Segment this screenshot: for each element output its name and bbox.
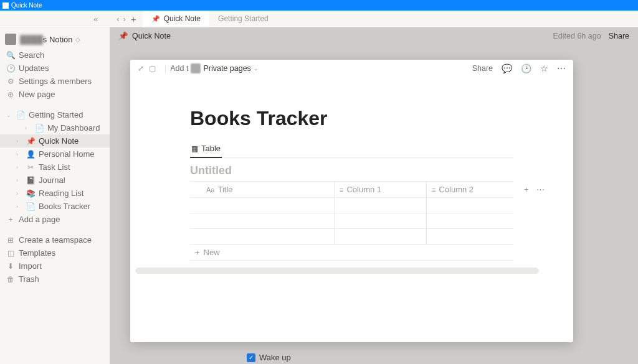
sidebar-create-teamspace[interactable]: ⊞ Create a teamspace xyxy=(0,233,110,246)
modal-share-button[interactable]: Share xyxy=(472,64,493,73)
sidebar-item-personal-home[interactable]: › 👤 Personal Home xyxy=(0,147,110,161)
page-title[interactable]: Books Tracker xyxy=(190,107,513,130)
pin-icon: 📌 xyxy=(151,15,160,23)
page-icon: 📄 xyxy=(26,202,35,211)
text-icon: ≡ xyxy=(340,186,343,194)
table-row[interactable] xyxy=(190,213,513,229)
sidebar-item-label: Personal Home xyxy=(39,149,95,159)
column-title[interactable]: Aa Title xyxy=(190,182,335,197)
plus-icon: + xyxy=(195,248,200,257)
sidebar-item-getting-started[interactable]: ⌄ 📄 Getting Started xyxy=(0,108,110,121)
updates-icon[interactable]: 🕑 xyxy=(521,63,531,73)
sidebar-item-label: Settings & members xyxy=(19,77,92,86)
sidebar-item-label: My Dashboard xyxy=(47,123,100,133)
plus-circle-icon: ⊕ xyxy=(6,90,15,99)
new-row-label: New xyxy=(204,248,220,257)
favorite-icon[interactable]: ☆ xyxy=(540,63,548,73)
private-pages-label: Private pages xyxy=(203,64,250,73)
chevron-right-icon[interactable]: › xyxy=(16,138,22,144)
column-label: Title xyxy=(217,185,232,194)
plus-icon: + xyxy=(6,215,15,224)
table-header: Aa Title ≡ Column 1 ≡ Column 2 + ⋯ xyxy=(190,181,513,198)
todo-item-wake-up[interactable]: ✓ Wake up xyxy=(247,353,291,362)
sidebar-trash[interactable]: 🗑 Trash xyxy=(0,273,110,286)
sidebar-add-a-page[interactable]: + Add a page xyxy=(0,213,110,226)
sidebar-item-label: Quick Note xyxy=(39,136,79,146)
sidebar-item-my-dashboard[interactable]: › 📄 My Dashboard xyxy=(0,121,110,134)
chevron-right-icon[interactable]: › xyxy=(16,203,22,210)
sidebar-item-reading-list[interactable]: › 📚 Reading List xyxy=(0,187,110,200)
database-views: ▦ Table xyxy=(190,141,513,158)
modal-topbar: ⤢ ▢ | Add t Private pages ⌄ Share 💬 🕑 ☆ … xyxy=(130,60,573,77)
chevron-right-icon[interactable]: › xyxy=(16,190,22,197)
addto-prefix: Add t xyxy=(170,64,188,73)
clock-icon: 🕑 xyxy=(6,64,15,73)
column-2[interactable]: ≡ Column 2 xyxy=(427,182,519,197)
add-column-button[interactable]: + xyxy=(524,185,529,194)
gear-icon: ⚙ xyxy=(6,77,15,86)
sidebar-item-label: Reading List xyxy=(39,189,83,198)
sidebar-updates[interactable]: 🕑 Updates xyxy=(0,62,110,75)
chevron-right-icon[interactable]: › xyxy=(16,151,22,157)
comments-icon[interactable]: 💬 xyxy=(502,63,512,73)
tabs-overflow-icon[interactable]: « xyxy=(93,14,98,24)
sidebar-new-page[interactable]: ⊕ New page xyxy=(0,88,110,101)
peek-icon[interactable]: ▢ xyxy=(149,64,156,73)
sidebar-item-label: Updates xyxy=(19,63,49,73)
new-tab-button[interactable]: + xyxy=(131,14,136,24)
back-button[interactable]: ‹ xyxy=(117,14,119,24)
table-row[interactable] xyxy=(190,229,513,245)
text-icon: Aa xyxy=(206,186,214,194)
sidebar-item-books-tracker[interactable]: › 📄 Books Tracker xyxy=(0,200,110,213)
text-icon: ≡ xyxy=(432,186,436,194)
more-icon[interactable]: ⋯ xyxy=(557,63,566,73)
sidebar-item-label: Templates xyxy=(19,248,55,258)
sidebar-item-label: New page xyxy=(19,90,55,99)
modal-breadcrumb[interactable]: Add t Private pages ⌄ xyxy=(170,63,259,73)
tab-label: Getting Started xyxy=(218,14,269,23)
chevron-right-icon[interactable]: › xyxy=(25,125,31,131)
column-1[interactable]: ≡ Column 1 xyxy=(335,182,427,197)
sidebar-item-label: Books Tracker xyxy=(39,202,90,211)
sidebar-templates[interactable]: ◫ Templates xyxy=(0,246,110,259)
sidebar-import[interactable]: ⬇ Import xyxy=(0,259,110,273)
sidebar-item-label: Getting Started xyxy=(29,110,83,119)
trash-icon: 🗑 xyxy=(6,275,15,284)
sidebar-item-label: Trash xyxy=(19,274,39,284)
sidebar-settings[interactable]: ⚙ Settings & members xyxy=(0,75,110,88)
table-icon: ▦ xyxy=(191,144,198,153)
column-label: Column 1 xyxy=(346,185,381,194)
view-tab-table[interactable]: ▦ Table xyxy=(190,141,222,158)
tab-getting-started[interactable]: Getting Started xyxy=(209,11,277,27)
sidebar-item-task-list[interactable]: › ✂ Task List xyxy=(0,161,110,174)
page-modal: ⤢ ▢ | Add t Private pages ⌄ Share 💬 🕑 ☆ … xyxy=(130,60,573,342)
sidebar-search[interactable]: 🔍 Search xyxy=(0,49,110,62)
sidebar-item-label: Search xyxy=(19,50,44,60)
sidebar-item-label: Journal xyxy=(39,175,65,185)
workspace-switcher[interactable]: ████ s Notion ◇ xyxy=(0,31,110,47)
chevron-right-icon[interactable]: › xyxy=(16,164,22,170)
page-icon: 📄 xyxy=(16,111,25,119)
sidebar-item-quick-note[interactable]: › 📌 Quick Note xyxy=(0,134,110,147)
sidebar: ████ s Notion ◇ 🔍 Search 🕑 Updates ⚙ Set… xyxy=(0,27,110,364)
sidebar-item-journal[interactable]: › 📓 Journal xyxy=(0,174,110,187)
tab-quick-note[interactable]: 📌 Quick Note xyxy=(143,11,209,27)
chevron-updown-icon: ◇ xyxy=(75,36,80,43)
app-icon xyxy=(2,2,9,9)
column-more-button[interactable]: ⋯ xyxy=(536,185,545,194)
chevron-right-icon[interactable]: › xyxy=(16,177,22,184)
view-tab-label: Table xyxy=(201,144,221,153)
scrollbar-thumb[interactable] xyxy=(135,268,539,274)
checkbox-checked-icon[interactable]: ✓ xyxy=(247,353,255,362)
horizontal-scrollbar[interactable] xyxy=(135,268,568,274)
new-row-button[interactable]: + New xyxy=(190,245,513,261)
page-icon: 📄 xyxy=(35,124,44,133)
forward-button[interactable]: › xyxy=(123,14,126,24)
pin-icon: 📌 xyxy=(26,137,35,146)
database-title[interactable]: Untitled xyxy=(190,164,513,177)
chevron-down-icon[interactable]: ⌄ xyxy=(6,112,12,118)
table-row[interactable] xyxy=(190,198,513,213)
window-title: Quick Note xyxy=(11,2,42,9)
download-icon: ⬇ xyxy=(6,262,15,271)
expand-icon[interactable]: ⤢ xyxy=(138,64,144,73)
